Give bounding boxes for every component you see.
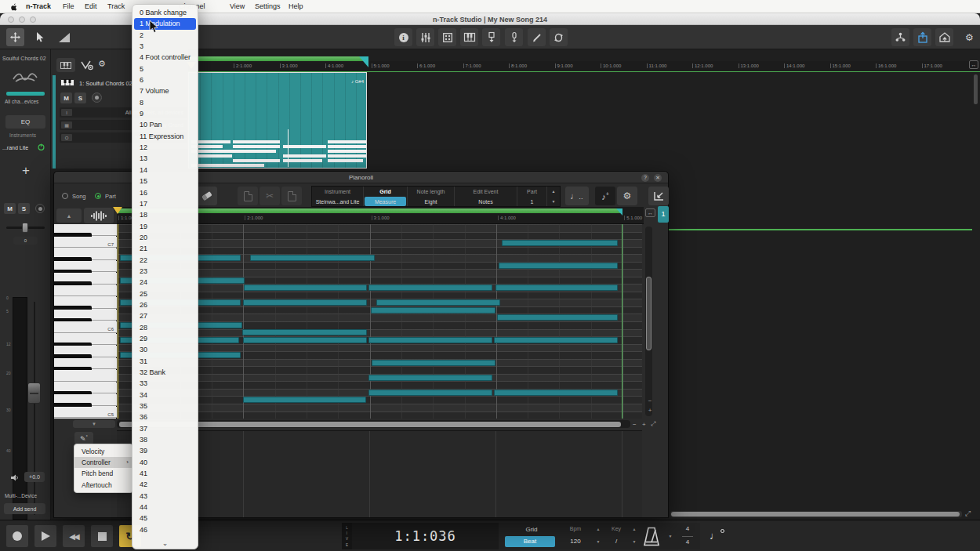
audio-view-toggle-button[interactable] (84, 208, 114, 223)
key-down-icon[interactable]: ▼ (630, 539, 638, 544)
white-key[interactable] (54, 285, 117, 297)
midi-note[interactable] (243, 397, 366, 403)
controller-menu-item[interactable]: 42 (132, 479, 198, 490)
pianoroll-help-button[interactable]: ? (641, 174, 649, 182)
arrangement-hscroll[interactable] (670, 511, 962, 517)
menubar-app-menu[interactable]: n-Track (26, 2, 51, 10)
controller-menu-item[interactable]: 0 Bank change (132, 7, 198, 18)
midi-note[interactable] (494, 337, 618, 343)
midi-clip[interactable]: ♪ G#4 (188, 72, 367, 169)
bpm-up-icon[interactable]: ▲ (594, 527, 602, 531)
zoom-out-horizontal-button[interactable]: − (633, 421, 639, 427)
controller-menu-item[interactable]: 41 (132, 468, 198, 479)
controller-menu-item[interactable]: 8 (132, 97, 198, 108)
column-value[interactable]: Notes (455, 197, 517, 206)
menubar-edit[interactable]: Edit (85, 2, 97, 10)
part-spin-arrows[interactable]: ▲▼ (547, 187, 560, 206)
key-value[interactable]: / (602, 538, 630, 545)
import-midi-button[interactable] (648, 187, 669, 205)
controller-menu-item[interactable]: 14 (132, 165, 198, 176)
key-up-icon[interactable]: ▲ (630, 527, 638, 531)
controller-menu-item[interactable]: 4 Foot controller (132, 52, 198, 63)
midi-note[interactable] (368, 285, 492, 291)
piano-keys[interactable]: C7C6C5 (54, 224, 117, 419)
settings-column-edit-event[interactable]: Edit EventNotes (455, 187, 517, 206)
part-number-badge[interactable]: 1 (658, 206, 669, 223)
metronome-dropdown-icon[interactable]: ▼ (666, 534, 674, 538)
routing-button[interactable] (891, 28, 909, 46)
midi-note[interactable] (371, 307, 495, 314)
apple-menu-icon[interactable] (10, 2, 18, 11)
controller-menu-item[interactable]: 24 (132, 277, 198, 288)
controller-menu-item[interactable]: 1 Modulation (134, 18, 196, 29)
midi-note[interactable] (368, 337, 492, 343)
menubar-settings[interactable]: Settings (255, 2, 281, 10)
controller-menu-item[interactable]: 12 (132, 142, 198, 153)
live-indicator[interactable]: LIVE (342, 523, 352, 549)
fit-part-icon[interactable]: ↔ (645, 208, 655, 217)
midi-note[interactable] (243, 337, 367, 343)
bpm-value[interactable]: 120 (558, 538, 593, 545)
controller-menu-item[interactable]: 33 (132, 378, 198, 389)
track-mute-button[interactable]: M (60, 92, 72, 103)
pianoroll-vscroll-thumb[interactable] (646, 277, 652, 350)
controller-menu-item[interactable]: 13 (132, 153, 198, 164)
controller-menu-item[interactable]: 32 Bank (132, 367, 198, 378)
midi-note[interactable] (372, 360, 495, 366)
note-duration-button[interactable]: ♩‥ (565, 187, 589, 205)
settings-column-note-length[interactable]: Note lengthEight (408, 187, 455, 206)
settings-button[interactable]: ⚙ (960, 28, 978, 46)
volume-fader-rail[interactable] (34, 302, 35, 515)
record-button[interactable] (6, 525, 28, 547)
timesig-numerator[interactable]: 4 (681, 525, 695, 532)
metronome-icon[interactable] (643, 527, 660, 546)
zoom-in-vertical-button[interactable]: + (647, 407, 653, 413)
select-tool-button[interactable] (31, 28, 49, 46)
menu-scroll-more-icon[interactable]: ⌄ (132, 539, 198, 547)
controller-menu-item[interactable]: 2 (132, 30, 198, 41)
gain-value-chip[interactable]: +0.0 (24, 472, 45, 482)
controller-menu-item[interactable]: 43 (132, 491, 198, 502)
controller-menu-item[interactable]: 3 (132, 41, 198, 52)
strip-mute-button[interactable]: M (4, 203, 16, 214)
midi-note[interactable] (250, 255, 375, 261)
menubar-track[interactable]: Track (107, 2, 125, 10)
piano-keyboard-button[interactable] (460, 28, 478, 46)
grid-value-button[interactable]: Beat (505, 536, 555, 547)
midi-note[interactable] (368, 375, 492, 381)
controller-menu-item[interactable]: 10 Pan (132, 119, 198, 130)
timesig-denominator[interactable]: 4 (681, 538, 695, 546)
controller-menu-item[interactable]: 27 (132, 310, 198, 321)
controller-menu-item[interactable]: 21 (132, 243, 198, 254)
menu-item-velocity[interactable]: Velocity (74, 446, 132, 457)
controller-menu-item[interactable]: 28 (132, 322, 198, 333)
controller-menu-item[interactable]: 5 (132, 63, 198, 74)
controller-menu-item[interactable]: 46 (132, 524, 198, 535)
controller-menu-item[interactable]: 36 (132, 411, 198, 422)
menubar-view[interactable]: View (230, 2, 245, 10)
settings-column-instrument[interactable]: InstrumentSteinwa...and Lite (312, 187, 364, 206)
controller-menu-item[interactable]: 15 (132, 176, 198, 187)
midi-note[interactable] (497, 314, 618, 321)
add-midi-track-button[interactable] (482, 28, 500, 46)
paste-button[interactable] (281, 187, 302, 205)
controller-menu-item[interactable]: 7 Volume (132, 85, 198, 96)
track-record-arm-button[interactable] (92, 92, 102, 103)
pianoroll-vscroll[interactable] (645, 227, 652, 416)
midi-note[interactable] (243, 299, 367, 306)
settings-column-part[interactable]: Part1 (517, 187, 547, 206)
add-audio-track-button[interactable] (505, 28, 523, 46)
count-in-note-icon[interactable]: ♩ (710, 529, 724, 542)
stop-button[interactable] (91, 525, 113, 547)
menubar-help[interactable]: Help (289, 2, 303, 10)
column-value[interactable]: Steinwa...and Lite (312, 197, 363, 206)
midi-note[interactable] (499, 263, 618, 269)
white-key[interactable] (54, 370, 117, 382)
controller-menu-item[interactable]: 34 (132, 390, 198, 401)
strip-record-arm-button[interactable] (35, 204, 45, 213)
midi-note[interactable] (376, 299, 500, 306)
pan-handle[interactable] (22, 223, 28, 233)
eraser-button[interactable] (197, 187, 217, 205)
midi-note[interactable] (502, 240, 618, 246)
menubar-file[interactable]: File (63, 2, 74, 10)
